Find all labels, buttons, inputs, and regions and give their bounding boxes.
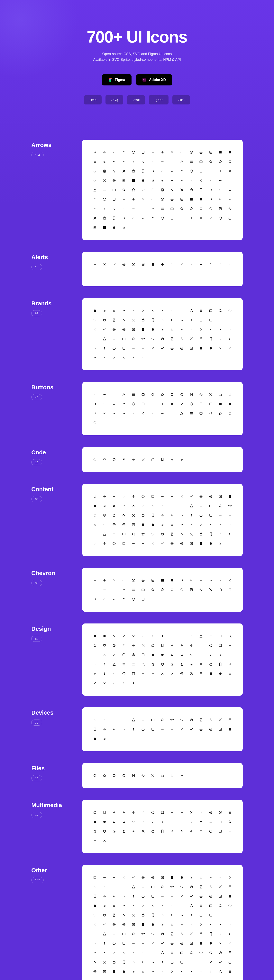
ui-icon[interactable] [196,157,206,166]
ui-icon[interactable] [215,539,225,548]
ui-icon[interactable] [128,157,138,166]
ui-icon[interactable] [100,511,109,520]
ui-icon[interactable] [148,325,158,334]
ui-icon[interactable] [138,353,148,363]
ui-icon[interactable] [100,501,109,511]
ui-icon[interactable] [119,929,128,939]
ui-icon[interactable] [206,195,215,204]
ui-icon[interactable] [90,650,100,660]
ui-icon[interactable] [206,511,215,520]
ui-icon[interactable] [187,409,196,418]
extension-pill[interactable]: .css [84,95,102,105]
ui-icon[interactable] [100,641,109,650]
ui-icon[interactable] [225,808,235,817]
ui-icon[interactable] [187,530,196,539]
ui-icon[interactable] [167,409,177,418]
ui-icon[interactable] [119,660,128,669]
ui-icon[interactable] [148,958,158,967]
ui-icon[interactable] [138,501,148,511]
ui-icon[interactable] [138,650,148,660]
ui-icon[interactable] [119,892,128,901]
ui-icon[interactable] [187,399,196,409]
ui-icon[interactable] [215,260,225,269]
ui-icon[interactable] [128,353,138,363]
ui-icon[interactable] [225,827,235,836]
ui-icon[interactable] [90,808,100,817]
ui-icon[interactable] [215,204,225,213]
ui-icon[interactable] [158,409,167,418]
ui-icon[interactable] [206,539,215,548]
ui-icon[interactable] [119,967,128,976]
ui-icon[interactable] [109,166,119,176]
ui-icon[interactable] [215,873,225,882]
ui-icon[interactable] [187,213,196,223]
ui-icon[interactable] [215,325,225,334]
ui-icon[interactable] [225,315,235,325]
ui-icon[interactable] [119,650,128,660]
ui-icon[interactable] [158,166,167,176]
ui-icon[interactable] [128,399,138,409]
ui-icon[interactable] [196,967,206,976]
ui-icon[interactable] [138,631,148,641]
ui-icon[interactable] [196,882,206,892]
ui-icon[interactable] [119,910,128,920]
ui-icon[interactable] [196,511,206,520]
ui-icon[interactable] [167,910,177,920]
ui-icon[interactable] [196,539,206,548]
ui-icon[interactable] [128,678,138,688]
ui-icon[interactable] [206,409,215,418]
ui-icon[interactable] [206,882,215,892]
ui-icon[interactable] [100,455,109,465]
ui-icon[interactable] [90,967,100,976]
ui-icon[interactable] [100,185,109,195]
ui-icon[interactable] [215,576,225,585]
ui-icon[interactable] [109,901,119,910]
ui-icon[interactable] [109,650,119,660]
ui-icon[interactable] [148,892,158,901]
ui-icon[interactable] [138,901,148,910]
ui-icon[interactable] [90,344,100,353]
ui-icon[interactable] [215,390,225,399]
ui-icon[interactable] [109,817,119,827]
ui-icon[interactable] [206,157,215,166]
ui-icon[interactable] [158,530,167,539]
ui-icon[interactable] [177,315,187,325]
ui-icon[interactable] [100,334,109,344]
ui-icon[interactable] [225,669,235,678]
ui-icon[interactable] [128,185,138,195]
ui-icon[interactable] [158,892,167,901]
ui-icon[interactable] [148,669,158,678]
ui-icon[interactable] [90,455,100,465]
ui-icon[interactable] [196,929,206,939]
ui-icon[interactable] [148,882,158,892]
ui-icon[interactable] [167,882,177,892]
ui-icon[interactable] [100,399,109,409]
ui-icon[interactable] [148,185,158,195]
ui-icon[interactable] [109,315,119,325]
ui-icon[interactable] [158,901,167,910]
ui-icon[interactable] [167,334,177,344]
ui-icon[interactable] [167,344,177,353]
ui-icon[interactable] [119,641,128,650]
ui-icon[interactable] [187,827,196,836]
ui-icon[interactable] [138,669,148,678]
ui-icon[interactable] [90,920,100,929]
ui-icon[interactable] [206,344,215,353]
ui-icon[interactable] [196,669,206,678]
ui-icon[interactable] [90,892,100,901]
ui-icon[interactable] [128,892,138,901]
ui-icon[interactable] [196,148,206,157]
ui-icon[interactable] [119,501,128,511]
ui-icon[interactable] [196,873,206,882]
ui-icon[interactable] [187,148,196,157]
ui-icon[interactable] [109,827,119,836]
ui-icon[interactable] [109,204,119,213]
ui-icon[interactable] [109,390,119,399]
ui-icon[interactable] [206,325,215,334]
ui-icon[interactable] [215,901,225,910]
ui-icon[interactable] [177,195,187,204]
ui-icon[interactable] [90,176,100,185]
ui-icon[interactable] [225,185,235,195]
ui-icon[interactable] [167,650,177,660]
ui-icon[interactable] [109,715,119,725]
